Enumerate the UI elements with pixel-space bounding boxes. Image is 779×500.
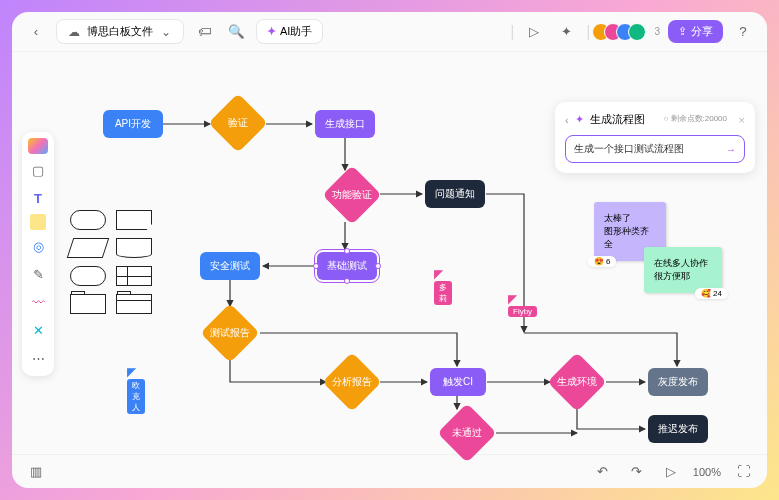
play-icon[interactable]: ▷ — [522, 20, 546, 44]
undo-icon[interactable]: ↶ — [591, 460, 615, 484]
ai-panel: ‹ ✦ 生成流程图 ○ 剩余点数:20000 × 生成一个接口测试流程图 → — [555, 102, 755, 173]
fit-icon[interactable]: ⛶ — [731, 460, 755, 484]
shape-folder-open[interactable] — [116, 294, 152, 314]
node-test-report[interactable]: 测试报告 — [200, 303, 259, 362]
shape-palette — [70, 210, 154, 314]
canvas[interactable]: API开发 验证 生成接口 功能验证 问题通知 安全测试 基础测试 测试报告 分… — [12, 52, 767, 454]
pointer-icon[interactable]: ▷ — [659, 460, 683, 484]
share-icon: ⇪ — [678, 25, 687, 38]
help-icon[interactable]: ? — [731, 20, 755, 44]
avatar-stack[interactable] — [598, 23, 646, 41]
node-analysis[interactable]: 分析报告 — [322, 352, 381, 411]
reaction-badge[interactable]: 🥰 24 — [695, 288, 728, 299]
ai-prompt-input[interactable]: 生成一个接口测试流程图 → — [565, 135, 745, 163]
top-bar: ‹ ☁ 博思白板文件 ⌄ 🏷 🔍 ✦ AI助手 | ▷ ✦ | — [12, 12, 767, 52]
crop-tool[interactable]: ▢ — [26, 158, 50, 182]
panel-title: 生成流程图 — [590, 112, 645, 127]
file-menu[interactable]: ☁ 博思白板文件 ⌄ — [56, 19, 184, 44]
node-fail[interactable]: 未通过 — [437, 403, 496, 462]
share-button[interactable]: ⇪ 分享 — [668, 20, 723, 43]
file-name: 博思白板文件 — [87, 24, 153, 39]
sticky-note-2[interactable]: 在线多人协作 很方便耶 🥰 24 — [644, 247, 722, 293]
node-gray-release[interactable]: 灰度发布 — [648, 368, 708, 396]
back-icon[interactable]: ‹ — [24, 20, 48, 44]
shape-wave[interactable] — [116, 238, 152, 258]
more-tool[interactable]: ⋯ — [26, 346, 50, 370]
node-security-test[interactable]: 安全测试 — [200, 252, 260, 280]
node-trigger-ci[interactable]: 触发CI — [430, 368, 486, 396]
node-gen-interface[interactable]: 生成接口 — [315, 110, 375, 138]
text-tool[interactable]: T — [26, 186, 50, 210]
cursor-okeren: ◤ 欧克人 — [127, 365, 136, 379]
panel-credits: ○ 剩余点数:20000 — [663, 113, 727, 124]
redo-icon[interactable]: ↷ — [625, 460, 649, 484]
note-tool[interactable] — [30, 214, 46, 230]
node-delay-release[interactable]: 推迟发布 — [648, 415, 708, 443]
node-verify[interactable]: 验证 — [208, 93, 267, 152]
zoom-level[interactable]: 100% — [693, 466, 721, 478]
panel-back-icon[interactable]: ‹ — [565, 114, 569, 126]
shape-tool[interactable]: ◎ — [26, 234, 50, 258]
avatar-count: 3 — [654, 26, 660, 37]
cloud-icon: ☁ — [67, 25, 81, 39]
pen-tool[interactable]: ✎ — [26, 262, 50, 286]
cursor-flyby: ◤ Flyby — [508, 292, 517, 306]
chevron-down-icon: ⌄ — [159, 25, 173, 39]
shape-cylinder[interactable] — [70, 266, 106, 286]
brush-tool[interactable]: 〰 — [26, 290, 50, 314]
search-icon[interactable]: 🔍 — [224, 20, 248, 44]
bottom-bar: ▥ ↶ ↷ ▷ 100% ⛶ — [12, 454, 767, 488]
shape-rounded-rect[interactable] — [70, 210, 106, 230]
node-issue-notify[interactable]: 问题通知 — [425, 180, 485, 208]
send-icon[interactable]: → — [726, 144, 736, 155]
palette-tool[interactable] — [28, 138, 48, 154]
close-icon[interactable]: × — [739, 114, 745, 126]
shape-table[interactable] — [116, 266, 152, 286]
connector-tool[interactable]: ✕ — [26, 318, 50, 342]
ai-logo-icon: ✦ — [267, 25, 276, 38]
node-env[interactable]: 生成环境 — [547, 352, 606, 411]
reaction-badge[interactable]: 😍 6 — [588, 256, 616, 267]
shape-doc[interactable] — [116, 210, 152, 230]
cursor-duoli: ◤ 多莉 — [434, 267, 443, 281]
ai-logo-icon: ✦ — [575, 113, 584, 126]
node-func-verify[interactable]: 功能验证 — [322, 165, 381, 224]
sparkle-icon[interactable]: ✦ — [554, 20, 578, 44]
tag-icon[interactable]: 🏷 — [192, 20, 216, 44]
shape-parallelogram[interactable] — [67, 238, 109, 258]
layers-icon[interactable]: ▥ — [24, 460, 48, 484]
ai-assistant-button[interactable]: ✦ AI助手 — [256, 19, 323, 44]
left-toolbar: ▢ T ◎ ✎ 〰 ✕ ⋯ — [22, 132, 54, 376]
shape-folder-closed[interactable] — [70, 294, 106, 314]
node-base-test[interactable]: 基础测试 — [317, 252, 377, 280]
node-api-dev[interactable]: API开发 — [103, 110, 163, 138]
